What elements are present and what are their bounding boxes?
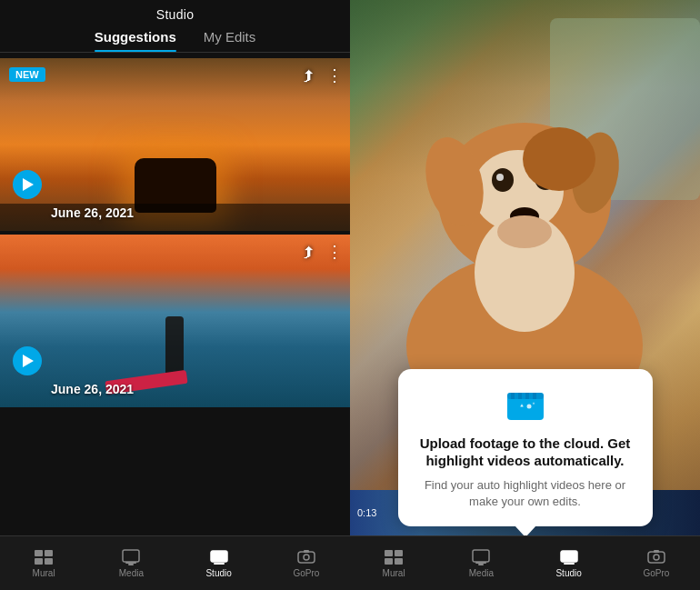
tooltip-card: Upload footage to the cloud. Get highlig… [398,369,653,526]
svg-rect-34 [518,393,522,399]
bottom-nav-right: Mural Media Studio [350,535,700,590]
left-panel: Studio Suggestions My Edits NEW ⮭ ⋮ June… [0,0,350,590]
app-title: Studio [0,0,350,25]
svg-rect-38 [395,550,403,556]
nav-studio-right[interactable]: Studio [525,549,613,578]
svg-point-32 [526,404,531,408]
tooltip-description: Find your auto highlight videos here or … [415,477,636,510]
media-icon-left [121,549,141,565]
nav-media-label-left: Media [119,568,144,578]
svg-rect-35 [525,393,529,399]
nav-studio-label-right: Studio [555,568,581,578]
svg-point-12 [304,555,309,560]
svg-rect-5 [125,562,136,564]
svg-point-49 [654,555,659,560]
svg-rect-4 [123,550,139,562]
play-triangle-1 [23,178,34,191]
mural-icon-right [384,549,404,565]
video-list: NEW ⮭ ⋮ June 26, 2021 ⮭ ⋮ June 26, 2021 [0,58,350,535]
svg-rect-2 [35,558,43,565]
svg-rect-6 [128,564,134,565]
nav-gopro-label-right: GoPro [643,568,669,578]
svg-rect-47 [648,552,665,563]
video-actions-1: ⮭ ⋮ [301,65,343,85]
video-date-2: June 26, 2021 [51,382,134,396]
tab-bar: Suggestions My Edits [0,25,350,53]
tab-suggestions[interactable]: Suggestions [95,29,176,52]
svg-rect-42 [475,562,486,564]
svg-rect-0 [35,550,43,556]
nav-gopro-right[interactable]: GoPro [613,549,700,578]
svg-rect-46 [564,563,575,565]
nav-mural-left[interactable]: Mural [0,549,87,578]
gopro-icon-left [296,549,316,565]
nav-gopro-label-left: GoPro [293,568,319,578]
svg-point-21 [492,168,514,192]
nav-studio-left[interactable]: Studio [175,549,263,578]
video-date-1: June 26, 2021 [51,205,134,220]
svg-point-26 [497,215,552,248]
svg-rect-1 [45,550,53,556]
svg-rect-48 [654,550,659,553]
strip-time: 0:13 [357,507,376,518]
studio-icon-left [209,549,229,565]
new-badge: NEW [9,67,45,82]
svg-rect-41 [473,550,489,562]
video-card-2[interactable]: ⮭ ⋮ June 26, 2021 [0,235,350,407]
svg-rect-39 [385,558,393,565]
nav-studio-label-left: Studio [205,568,231,578]
play-button-2[interactable] [13,346,42,375]
media-icon-right [471,549,491,565]
nav-media-right[interactable]: Media [437,549,525,578]
more-icon-1[interactable]: ⋮ [326,65,343,85]
svg-point-22 [496,174,504,181]
right-panel: 0:13 Upload footage to the cloud. Get hi… [350,0,700,590]
video-card-1[interactable]: NEW ⮭ ⋮ June 26, 2021 [0,58,350,231]
gopro-icon-right [646,549,666,565]
studio-icon-right [559,549,579,565]
nav-gopro-left[interactable]: GoPro [263,549,350,578]
svg-rect-11 [304,550,309,553]
svg-rect-9 [214,563,225,565]
nav-mural-label-right: Mural [383,568,405,578]
cloud-upload-icon [504,387,547,427]
mural-icon-left [34,549,54,565]
svg-point-27 [523,127,595,191]
share-icon-2[interactable]: ⮭ [301,243,317,262]
nav-media-left[interactable]: Media [87,549,175,578]
nav-mural-label-left: Mural [33,568,55,578]
svg-rect-10 [298,552,315,563]
svg-rect-37 [385,550,393,556]
more-icon-2[interactable]: ⋮ [326,242,343,262]
svg-rect-3 [45,558,53,565]
tab-my-edits[interactable]: My Edits [204,29,256,52]
share-icon-1[interactable]: ⮭ [301,66,317,85]
video-actions-2: ⮭ ⋮ [301,242,343,262]
svg-rect-33 [511,393,515,399]
svg-rect-40 [395,558,403,565]
svg-rect-36 [533,393,536,399]
tooltip-title: Upload footage to the cloud. Get highlig… [415,435,636,470]
svg-rect-43 [478,564,484,565]
nav-media-label-right: Media [469,568,494,578]
play-button-1[interactable] [13,170,42,199]
play-triangle-2 [23,355,34,367]
bottom-nav-left: Mural Media Studio [0,535,350,590]
nav-mural-right[interactable]: Mural [350,549,437,578]
